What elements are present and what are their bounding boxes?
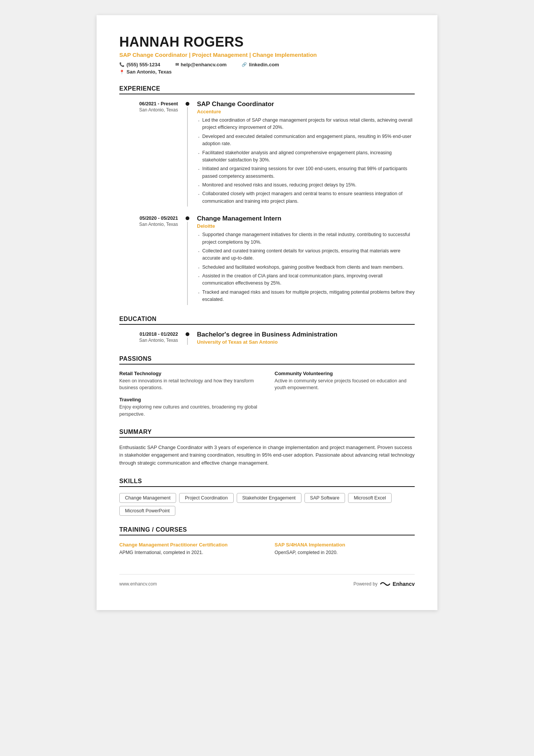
entry-1-dot [186,102,189,106]
entry-2-divider [186,215,189,305]
bullet: Facilitated stakeholder analysis and ali… [197,149,415,164]
bullet: Led the coordination of SAP change manag… [197,117,415,131]
passion-item-1: Retail Technology Keen on innovations in… [119,371,259,392]
skill-tag-5: Microsoft Excel [348,493,392,503]
entry-2-location: San Antonio, Texas [119,222,178,227]
edu-1-line [187,338,188,345]
bullet: Collaborated closely with project manage… [197,190,415,205]
phone-contact: (555) 555-1234 [119,62,160,67]
education-section: EDUCATION 01/2018 - 01/2022 San Antonio,… [119,316,415,345]
bullet: Tracked and managed risks and issues for… [197,289,415,304]
passion-1-title: Retail Technology [119,371,259,376]
phone-number: (555) 555-1234 [126,62,160,67]
contact-row: (555) 555-1234 help@enhancv.com linkedin… [119,62,415,67]
skills-section-title: SKILLS [119,478,415,487]
entry-2-left: 05/2020 - 05/2021 San Antonio, Texas [119,215,178,305]
linkedin-contact: linkedin.com [242,62,279,67]
edu-1-location: San Antonio, Texas [119,338,178,343]
bullet: Initiated and organized training session… [197,165,415,180]
entry-2-role: Change Management Intern [197,215,415,222]
email-icon [175,62,179,67]
skills-section: SKILLS Change Management Project Coordin… [119,478,415,516]
entry-2-dates: 05/2020 - 05/2021 [119,216,178,221]
entry-1-location: San Antonio, Texas [119,107,178,113]
summary-text: Enthusiastic SAP Change Coordinator with… [119,444,415,467]
passion-3-desc: Enjoy exploring new cultures and countri… [119,404,259,418]
candidate-name: HANNAH ROGERS [119,34,415,50]
experience-entry-1: 06/2021 - Present San Antonio, Texas SAP… [119,100,415,207]
training-1-title: Change Management Practitioner Certifica… [119,542,259,548]
bullet: Monitored and resolved risks and issues,… [197,182,415,189]
edu-1-school: University of Texas at San Antonio [197,339,415,345]
skill-tag-1: Change Management [119,493,176,503]
bullet: Assisted in the creation of CIA plans an… [197,272,415,287]
bullet: Supported change management initiatives … [197,231,415,246]
location-text: San Antonio, Texas [126,69,172,75]
enhancv-logo-icon [380,581,390,587]
passion-1-desc: Keen on innovations in retail technology… [119,377,259,392]
edu-1-right: Bachelor's degree in Business Administra… [197,331,415,345]
footer: www.enhancv.com Powered by Enhancv [119,574,415,587]
entry-1-company: Accenture [197,109,415,114]
education-section-title: EDUCATION [119,316,415,325]
experience-entry-2: 05/2020 - 05/2021 San Antonio, Texas Cha… [119,215,415,305]
passion-item-2: Community Volunteering Active in communi… [275,371,415,392]
entry-1-role: SAP Change Coordinator [197,100,415,108]
email-address: help@enhancv.com [181,62,227,67]
entry-1-divider [186,100,189,207]
passion-item-3: Traveling Enjoy exploring new cultures a… [119,397,259,418]
edu-1-degree: Bachelor's degree in Business Administra… [197,331,415,338]
edu-1-left: 01/2018 - 01/2022 San Antonio, Texas [119,331,178,345]
entry-2-company: Deloitte [197,223,415,229]
training-1-desc: APMG International, completed in 2021. [119,550,259,555]
summary-section: SUMMARY Enthusiastic SAP Change Coordina… [119,429,415,467]
resume-page: HANNAH ROGERS SAP Change Coordinator | P… [97,15,437,610]
footer-website: www.enhancv.com [119,581,157,587]
training-section-title: TRAINING / COURSES [119,526,415,535]
training-item-2: SAP S/4HANA Implementation OpenSAP, comp… [275,542,415,555]
training-2-title: SAP S/4HANA Implementation [275,542,415,548]
footer-powered: Powered by Enhancv [353,581,415,587]
passion-3-title: Traveling [119,397,259,402]
passions-grid: Retail Technology Keen on innovations in… [119,371,415,418]
edu-1-dates: 01/2018 - 01/2022 [119,332,178,337]
location-contact: San Antonio, Texas [119,69,415,75]
entry-2-line [187,222,188,305]
enhancv-brand: Enhancv [393,581,415,587]
training-item-1: Change Management Practitioner Certifica… [119,542,259,555]
email-contact: help@enhancv.com [175,62,227,67]
training-2-desc: OpenSAP, completed in 2020. [275,550,415,555]
passion-2-desc: Active in community service projects foc… [275,377,415,392]
skill-tag-3: Stakeholder Engagement [237,493,301,503]
entry-1-bullets: Led the coordination of SAP change manag… [197,117,415,205]
powered-by-text: Powered by [353,581,377,587]
training-section: TRAINING / COURSES Change Management Pra… [119,526,415,555]
training-grid: Change Management Practitioner Certifica… [119,542,415,555]
entry-1-line [187,107,188,207]
skill-tag-2: Project Coordination [179,493,233,503]
linkedin-url: linkedin.com [249,62,279,67]
location-icon [119,69,125,75]
entry-1-dates: 06/2021 - Present [119,101,178,106]
entry-2-dot [186,216,189,220]
entry-1-left: 06/2021 - Present San Antonio, Texas [119,100,178,207]
passions-section-title: PASSIONS [119,355,415,365]
experience-section: EXPERIENCE 06/2021 - Present San Antonio… [119,85,415,305]
skills-tags: Change Management Project Coordination S… [119,493,415,516]
bullet: Developed and executed detailed communic… [197,133,415,148]
education-entry-1: 01/2018 - 01/2022 San Antonio, Texas Bac… [119,331,415,345]
skill-tag-6: Microsoft PowerPoint [119,506,175,516]
edu-1-divider [186,331,189,345]
bullet: Collected and curated training content d… [197,247,415,262]
phone-icon [119,62,125,67]
bullet: Scheduled and facilitated workshops, gai… [197,264,415,271]
experience-section-title: EXPERIENCE [119,85,415,94]
candidate-title: SAP Change Coordinator | Project Managem… [119,52,415,58]
entry-2-right: Change Management Intern Deloitte Suppor… [197,215,415,305]
entry-1-right: SAP Change Coordinator Accenture Led the… [197,100,415,207]
edu-1-dot [186,332,189,336]
skill-tag-4: SAP Software [304,493,345,503]
entry-2-bullets: Supported change management initiatives … [197,231,415,303]
summary-section-title: SUMMARY [119,429,415,438]
header: HANNAH ROGERS SAP Change Coordinator | P… [119,34,415,75]
